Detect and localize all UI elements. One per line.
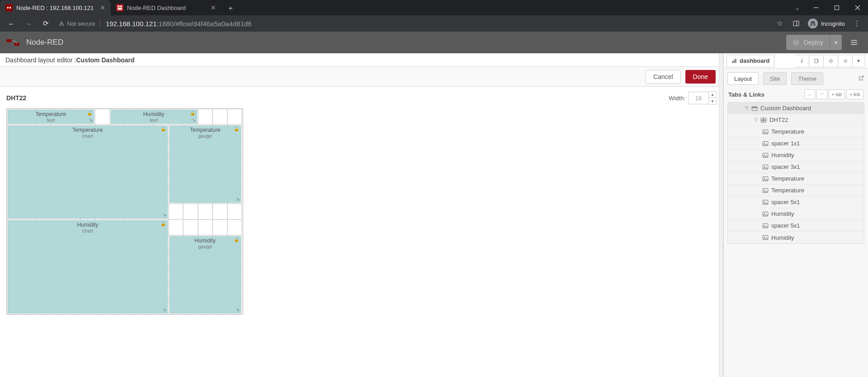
chevron-down-icon[interactable]: ▽	[745, 106, 749, 111]
add-tab-button[interactable]: + tab	[829, 89, 845, 99]
group-name: DHT22	[6, 94, 26, 102]
svg-rect-19	[734, 60, 735, 63]
expand-all-button[interactable]: ﹀	[816, 89, 827, 99]
svg-point-42	[764, 177, 765, 178]
widget-title: Humidity	[111, 110, 197, 117]
group-header: DHT22 Width: 16 ▲▼	[6, 91, 717, 105]
nav-reload-button[interactable]: ⟳	[38, 17, 53, 30]
open-dashboard-icon[interactable]	[858, 75, 864, 83]
widget-icon	[762, 223, 769, 228]
resize-handle-icon[interactable]: ↘	[162, 307, 166, 312]
deploy-button[interactable]: Deploy ▾	[786, 35, 842, 50]
layout-widget[interactable]: 🔒Temperaturechart↘	[8, 126, 168, 219]
editor-title-name: Custom Dashboard	[76, 56, 134, 64]
window-maximize-button[interactable]	[826, 0, 847, 15]
incognito-badge[interactable]: Incognito	[805, 19, 848, 28]
svg-rect-11	[793, 21, 799, 26]
widget-title: Temperature	[8, 110, 94, 117]
tree-widget-row[interactable]: spacer 3x1	[728, 161, 864, 173]
resize-handle-icon[interactable]: ↘	[192, 117, 196, 123]
width-field[interactable]: 16	[688, 92, 709, 104]
tree-item-label: Temperature	[771, 187, 804, 194]
layout-widget[interactable]: 🔒Temperaturegauge↘	[170, 126, 241, 203]
browser-tab-active[interactable]: Node-RED : 192.168.100.121 ✕	[0, 0, 111, 15]
tree-tab-row[interactable]: ▽ Custom Dashboard	[728, 102, 864, 114]
tree-widget-row[interactable]: Temperature	[728, 173, 864, 185]
collapse-all-button[interactable]: ︿	[804, 89, 815, 99]
subtab-theme[interactable]: Theme	[791, 72, 823, 85]
window-close-button[interactable]	[847, 0, 868, 15]
tree-widget-row[interactable]: Humidity	[728, 208, 864, 220]
widget-title: Humidity	[8, 221, 167, 228]
sidebar-more-button[interactable]: ▾	[853, 55, 865, 67]
cancel-button[interactable]: Cancel	[646, 70, 681, 84]
browser-menu-icon[interactable]: ⋮	[849, 17, 864, 30]
tree-item-label: Humidity	[771, 234, 794, 241]
resize-handle-icon[interactable]: ↘	[162, 212, 166, 218]
tree-widget-row[interactable]: Temperature	[728, 126, 864, 138]
svg-rect-29	[761, 118, 763, 120]
layout-widget[interactable]: 🔒Humiditygauge↘	[170, 236, 241, 313]
window-minimize-button[interactable]	[806, 0, 826, 15]
layout-widget[interactable]: 🔒Humiditychart↘	[8, 220, 168, 313]
nav-back-button[interactable]: ←	[4, 17, 19, 30]
main-menu-button[interactable]	[846, 35, 862, 50]
deploy-dropdown[interactable]: ▾	[830, 35, 842, 50]
close-tab-icon[interactable]: ✕	[100, 4, 105, 11]
resize-handle-icon[interactable]: ↘	[236, 307, 240, 312]
tree-item-label: Temperature	[771, 175, 804, 182]
sidebar-debug-button[interactable]	[824, 55, 838, 67]
address-field[interactable]: Not secure 192.168.100.121 :1880/#flow/d…	[55, 17, 770, 30]
resize-handle-icon[interactable]: ↘	[89, 117, 93, 123]
widget-icon	[762, 188, 769, 193]
done-button[interactable]: Done	[685, 70, 716, 84]
width-up-icon[interactable]: ▲	[709, 92, 716, 98]
svg-rect-31	[761, 120, 763, 122]
tree-widget-row[interactable]: spacer 1x1	[728, 138, 864, 149]
close-tab-icon[interactable]: ✕	[211, 4, 216, 11]
width-spinner[interactable]: ▲▼	[709, 91, 717, 105]
sidebar-tab-dashboard[interactable]: dashboard	[726, 55, 774, 67]
layout-widget[interactable]: 🔒Temperaturetext↘	[8, 110, 94, 124]
panel-icon[interactable]	[788, 17, 804, 30]
editor-title-prefix: Dashboard layout editor :	[5, 56, 76, 64]
browser-tab[interactable]: Node-RED Dashboard ✕	[111, 0, 222, 15]
tree-widget-row[interactable]: Humidity	[728, 149, 864, 161]
nav-forward-button[interactable]: →	[21, 17, 36, 30]
group-icon	[760, 117, 767, 123]
add-link-button[interactable]: + link	[846, 89, 863, 99]
lock-icon: 🔒	[87, 111, 92, 116]
warning-icon	[59, 21, 64, 26]
resize-handle-icon[interactable]: ↘	[236, 196, 240, 202]
tree-widget-row[interactable]: Temperature	[728, 185, 864, 196]
subtab-site[interactable]: Site	[763, 72, 787, 85]
url-host: 192.168.100.121	[106, 20, 157, 28]
tree-widget-row[interactable]: spacer 5x1	[728, 220, 864, 232]
tab-overflow-icon[interactable]: ⌄	[791, 4, 804, 11]
sidebar-info-button[interactable]: i	[795, 55, 809, 67]
subtab-layout[interactable]: Layout	[727, 72, 759, 85]
tree-widget-row[interactable]: spacer 5x1	[728, 196, 864, 208]
svg-rect-3	[116, 4, 123, 11]
svg-rect-20	[736, 59, 736, 63]
layout-grid[interactable]: 🔒Temperaturetext↘🔒Humiditytext↘🔒Temperat…	[6, 108, 243, 315]
chevron-down-icon[interactable]: ▽	[754, 117, 758, 122]
width-down-icon[interactable]: ▼	[709, 98, 716, 104]
svg-point-50	[764, 224, 765, 225]
tree-group-row[interactable]: ▽ DHT22	[728, 114, 864, 126]
sidebar-config-button[interactable]	[838, 55, 853, 67]
widget-icon	[762, 176, 769, 182]
tree-widget-row[interactable]: Humidity	[728, 232, 864, 243]
app-name: Node-RED	[26, 38, 63, 47]
sidebar-tab-label: dashboard	[740, 57, 769, 64]
new-tab-button[interactable]: ＋	[224, 2, 237, 14]
bookmark-icon[interactable]: ☆	[772, 17, 787, 30]
sidebar-help-button[interactable]	[809, 55, 824, 67]
layout-widget[interactable]: 🔒Humiditytext↘	[111, 110, 197, 124]
svg-point-48	[764, 213, 765, 214]
widget-icon	[762, 200, 769, 205]
deploy-icon	[793, 39, 800, 46]
editor-title-bar: Dashboard layout editor : Custom Dashboa…	[0, 53, 723, 67]
browser-addressbar: ← → ⟳ Not secure 192.168.100.121 :1880/#…	[0, 15, 868, 32]
tree-item-label: spacer 5x1	[771, 199, 800, 205]
